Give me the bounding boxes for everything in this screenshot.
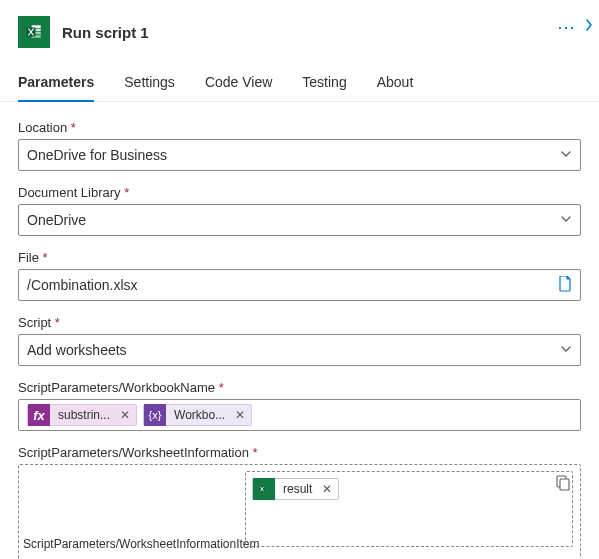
chevron-down-icon	[560, 147, 572, 163]
document-library-value: OneDrive	[27, 212, 560, 228]
file-input[interactable]: /Combination.xlsx	[18, 269, 581, 301]
location-select[interactable]: OneDrive for Business	[18, 139, 581, 171]
tab-about[interactable]: About	[377, 74, 414, 102]
workbook-name-label: ScriptParameters/WorkbookName *	[18, 380, 581, 395]
variable-icon: {x}	[144, 404, 166, 426]
copy-icon[interactable]	[556, 475, 570, 494]
script-label: Script *	[18, 315, 581, 330]
token-remove-icon[interactable]: ✕	[320, 482, 338, 496]
chevron-down-icon	[560, 342, 572, 358]
token-label: Workbo...	[166, 408, 233, 422]
worksheet-info-item-input[interactable]: result ✕	[245, 471, 573, 547]
excel-result-icon	[253, 478, 275, 500]
svg-rect-7	[560, 479, 569, 490]
tab-testing[interactable]: Testing	[302, 74, 346, 102]
card-title: Run script 1	[62, 24, 149, 41]
file-label: File *	[18, 250, 581, 265]
workbook-name-input[interactable]: fx substrin... ✕ {x} Workbo... ✕	[18, 399, 581, 431]
worksheet-info-item-label: ScriptParameters/WorksheetInformationIte…	[23, 537, 233, 553]
card-header: Run script 1 ⋯	[0, 0, 599, 56]
parameters-form: Location * OneDrive for Business Documen…	[0, 102, 599, 559]
token-fx-substring[interactable]: fx substrin... ✕	[27, 404, 137, 426]
excel-glyph-icon	[25, 23, 43, 41]
token-var-workbook[interactable]: {x} Workbo... ✕	[143, 404, 252, 426]
collapse-icon[interactable]	[585, 18, 593, 35]
token-remove-icon[interactable]: ✕	[118, 408, 136, 422]
token-remove-icon[interactable]: ✕	[233, 408, 251, 422]
script-value: Add worksheets	[27, 342, 560, 358]
tab-settings[interactable]: Settings	[124, 74, 175, 102]
token-result[interactable]: result ✕	[252, 478, 339, 500]
more-menu-icon[interactable]: ⋯	[557, 21, 575, 33]
file-picker-icon[interactable]	[558, 276, 572, 295]
location-value: OneDrive for Business	[27, 147, 560, 163]
tab-bar: Parameters Settings Code View Testing Ab…	[0, 56, 599, 102]
document-library-select[interactable]: OneDrive	[18, 204, 581, 236]
script-select[interactable]: Add worksheets	[18, 334, 581, 366]
chevron-down-icon	[560, 212, 572, 228]
file-value: /Combination.xlsx	[27, 277, 558, 293]
token-label: result	[275, 482, 320, 496]
location-label: Location *	[18, 120, 581, 135]
tab-code-view[interactable]: Code View	[205, 74, 272, 102]
worksheet-info-label: ScriptParameters/WorksheetInformation *	[18, 445, 581, 460]
worksheet-info-array-box[interactable]: ScriptParameters/WorksheetInformationIte…	[18, 464, 581, 559]
excel-icon	[18, 16, 50, 48]
tab-parameters[interactable]: Parameters	[18, 74, 94, 102]
fx-icon: fx	[28, 404, 50, 426]
token-label: substrin...	[50, 408, 118, 422]
document-library-label: Document Library *	[18, 185, 581, 200]
